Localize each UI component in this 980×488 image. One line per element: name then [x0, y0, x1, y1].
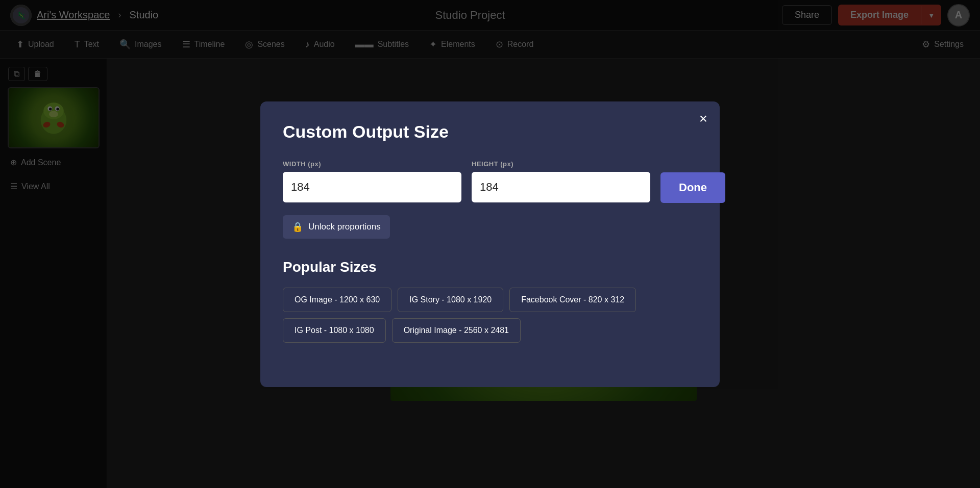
modal-close-button[interactable]: ×: [699, 112, 707, 126]
size-preset-button[interactable]: OG Image - 1200 x 630: [283, 288, 391, 312]
height-input[interactable]: [472, 172, 650, 202]
unlock-proportions-label: Unlock proportions: [308, 222, 381, 232]
unlock-proportions-button[interactable]: 🔒 Unlock proportions: [283, 215, 390, 239]
popular-sizes-grid: OG Image - 1200 x 630IG Story - 1080 x 1…: [283, 288, 697, 343]
height-label: HEIGHT (px): [472, 160, 650, 168]
size-preset-button[interactable]: IG Post - 1080 x 1080: [283, 318, 386, 343]
size-preset-button[interactable]: IG Story - 1080 x 1920: [398, 288, 503, 312]
size-preset-button[interactable]: Original Image - 2560 x 2481: [392, 318, 521, 343]
size-inputs-row: WIDTH (px) HEIGHT (px) Done: [283, 160, 697, 203]
custom-output-size-modal: × Custom Output Size WIDTH (px) HEIGHT (…: [260, 101, 720, 387]
height-input-group: HEIGHT (px): [472, 160, 650, 202]
width-label: WIDTH (px): [283, 160, 461, 168]
done-button[interactable]: Done: [660, 172, 725, 203]
width-input-group: WIDTH (px): [283, 160, 461, 202]
modal-title: Custom Output Size: [283, 122, 697, 142]
lock-icon: 🔒: [292, 221, 303, 233]
popular-sizes-title: Popular Sizes: [283, 259, 697, 275]
size-preset-button[interactable]: Facebook Cover - 820 x 312: [509, 288, 636, 312]
modal-overlay[interactable]: × Custom Output Size WIDTH (px) HEIGHT (…: [0, 0, 980, 488]
width-input[interactable]: [283, 172, 461, 202]
